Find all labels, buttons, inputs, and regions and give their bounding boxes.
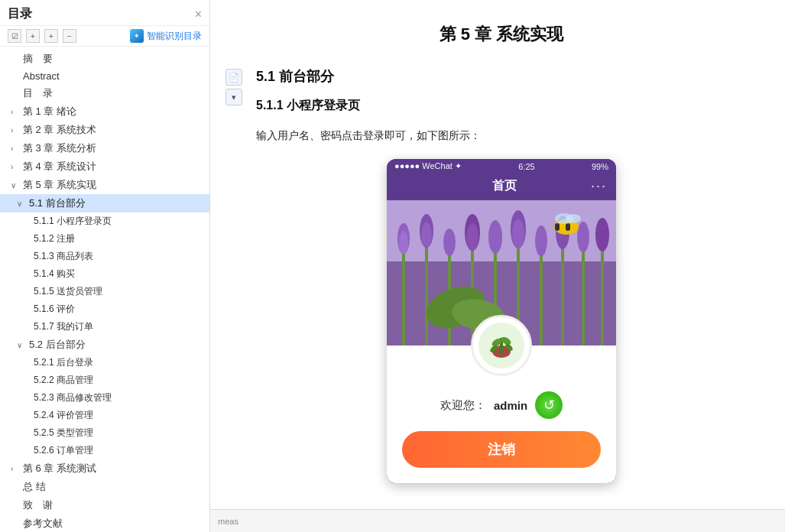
- svg-point-32: [566, 214, 581, 223]
- toc-item-ch5-2-6[interactable]: 5.2.6 订单管理: [0, 442, 209, 459]
- nav-down-icon[interactable]: ▾: [225, 89, 242, 105]
- svg-rect-24: [601, 245, 604, 345]
- sidebar-title: 目录: [8, 6, 32, 22]
- svg-point-12: [466, 223, 478, 251]
- section-title: 5.1 前台部分: [256, 67, 747, 86]
- collapse-icon[interactable]: −: [63, 29, 76, 43]
- svg-rect-2: [402, 246, 405, 345]
- chevron-right-icon: ›: [11, 163, 20, 171]
- chevron-right-icon: ›: [11, 126, 20, 135]
- expand-icon[interactable]: +: [44, 29, 58, 43]
- sidebar: 目录 × ☑ + + − ✦ 智能识别目录 摘 要 Abstract 目 录 ›: [0, 0, 210, 532]
- main-content-area: 📄 ▾ 第 5 章 系统实现 5.1 前台部分 5.1.1 小程序登录页 输入用…: [210, 0, 785, 532]
- smart-icon: ✦: [130, 29, 144, 43]
- phone-mockup-wrapper: ●●●●● WeChat ✦ 6:25 99% 首页 ···: [256, 159, 747, 483]
- close-icon[interactable]: ×: [195, 8, 202, 21]
- toc-item-ch2[interactable]: › 第 2 章 系统技术: [0, 121, 209, 139]
- document-area: 📄 ▾ 第 5 章 系统实现 5.1 前台部分 5.1.1 小程序登录页 输入用…: [210, 0, 785, 509]
- welcome-name: admin: [494, 399, 527, 412]
- svg-point-9: [443, 229, 456, 256]
- page-nav: 📄 ▾: [225, 69, 242, 105]
- toc-item-ch5-2-2[interactable]: 5.2.2 商品管理: [0, 371, 209, 389]
- svg-point-25: [595, 218, 609, 251]
- toc-item-ch5-1-1[interactable]: 5.1.1 小程序登录页: [0, 212, 209, 230]
- chevron-right-icon: ›: [11, 465, 20, 473]
- toc-item-ch5-2-4[interactable]: 5.2.4 评价管理: [0, 407, 209, 424]
- chevron-right-icon: ›: [11, 108, 20, 116]
- toc-item-ch5-1[interactable]: ∨ 5.1 前台部分: [0, 194, 209, 212]
- toc-item-abstract-cn[interactable]: 摘 要: [0, 50, 209, 68]
- svg-point-23: [577, 222, 589, 252]
- toc-item-ch5-2-1[interactable]: 5.2.1 后台登录: [0, 354, 209, 371]
- smart-toc-button[interactable]: ✦ 智能识别目录: [130, 29, 202, 43]
- refresh-button[interactable]: ↺: [535, 391, 563, 419]
- phone-time: 6:25: [518, 162, 534, 171]
- chevron-down-icon: ∨: [17, 341, 26, 349]
- svg-point-14: [488, 220, 502, 254]
- phone-status-bar: ●●●●● WeChat ✦ 6:25 99%: [387, 159, 616, 174]
- svg-rect-28: [560, 223, 565, 231]
- svg-rect-20: [561, 242, 564, 345]
- toc-item-ch5-1-7[interactable]: 5.1.7 我的订单: [0, 318, 209, 336]
- phone-body: 欢迎您： admin ↺ 注销: [387, 376, 616, 483]
- svg-point-4: [399, 231, 408, 254]
- toc-item-ch5-1-2[interactable]: 5.1.2 注册: [0, 230, 209, 248]
- chapter-title: 第 5 章 系统实现: [256, 23, 747, 46]
- toc-item-ch5-1-4[interactable]: 5.1.4 购买: [0, 265, 209, 283]
- svg-rect-27: [555, 223, 560, 231]
- phone-app-header: 首页 ···: [387, 174, 616, 200]
- sidebar-nav: 摘 要 Abstract 目 录 › 第 1 章 绪论 › 第 2 章 系统技术…: [0, 47, 209, 532]
- svg-rect-22: [582, 246, 585, 345]
- svg-rect-30: [571, 223, 576, 231]
- svg-point-19: [535, 225, 547, 256]
- toc-item-ch1[interactable]: › 第 1 章 绪论: [0, 102, 209, 121]
- toc-item-ch4[interactable]: › 第 4 章 系统设计: [0, 157, 209, 176]
- toc-item-ch5-2-5[interactable]: 5.2.5 类型管理: [0, 424, 209, 442]
- phone-logo-circle: [471, 315, 532, 376]
- phone-more-icon[interactable]: ···: [591, 178, 607, 194]
- smart-toc-label: 智能识别目录: [147, 30, 202, 43]
- subsection-title: 5.1.1 小程序登录页: [256, 98, 747, 114]
- bottom-bar: meas: [210, 509, 785, 532]
- sidebar-toolbar: ☑ + + − ✦ 智能识别目录: [0, 26, 209, 47]
- logout-button[interactable]: 注销: [402, 431, 601, 468]
- svg-point-17: [512, 219, 524, 248]
- phone-mockup: ●●●●● WeChat ✦ 6:25 99% 首页 ···: [387, 159, 616, 483]
- toc-item-conclusion[interactable]: 总 结: [0, 478, 209, 496]
- checkbox-icon[interactable]: ☑: [8, 29, 21, 43]
- welcome-label: 欢迎您：: [440, 398, 486, 413]
- phone-header-title: 首页: [419, 178, 591, 194]
- toc-item-ch5-2[interactable]: ∨ 5.2 后台部分: [0, 336, 209, 354]
- add-icon[interactable]: +: [26, 29, 40, 43]
- toc-item-ch3[interactable]: › 第 3 章 系统分析: [0, 139, 209, 157]
- svg-point-7: [421, 222, 432, 247]
- svg-rect-18: [540, 250, 543, 345]
- page-icon[interactable]: 📄: [225, 69, 242, 86]
- phone-wechat-status: ●●●●● WeChat ✦: [394, 161, 462, 171]
- chevron-right-icon: ›: [11, 144, 20, 153]
- sidebar-header: 目录 ×: [0, 0, 209, 26]
- phone-battery: 99%: [592, 162, 608, 171]
- phone-welcome-row: 欢迎您： admin ↺: [402, 391, 601, 419]
- chevron-down-icon: ∨: [11, 181, 20, 190]
- svg-rect-5: [425, 238, 428, 345]
- toc-item-references[interactable]: 参考文献: [0, 514, 209, 532]
- toc-item-ch5-2-3[interactable]: 5.2.3 商品修改管理: [0, 389, 209, 407]
- toc-item-ch5[interactable]: ∨ 第 5 章 系统实现: [0, 176, 209, 194]
- toc-item-thanks[interactable]: 致 谢: [0, 496, 209, 514]
- toc-item-ch6[interactable]: › 第 6 章 系统测试: [0, 459, 209, 478]
- toc-item-ch5-1-3[interactable]: 5.1.3 商品列表: [0, 248, 209, 265]
- content-paragraph: 输入用户名、密码点击登录即可，如下图所示：: [256, 126, 747, 145]
- toc-item-ch5-1-5[interactable]: 5.1.5 送货员管理: [0, 283, 209, 300]
- toc-item-toc[interactable]: 目 录: [0, 84, 209, 102]
- logo-svg: [478, 323, 524, 368]
- chevron-down-icon: ∨: [17, 200, 26, 208]
- bottom-bar-text: meas: [218, 517, 238, 526]
- svg-rect-29: [566, 223, 570, 231]
- toc-item-abstract-en[interactable]: Abstract: [0, 68, 209, 84]
- toc-item-ch5-1-6[interactable]: 5.1.6 评价: [0, 300, 209, 318]
